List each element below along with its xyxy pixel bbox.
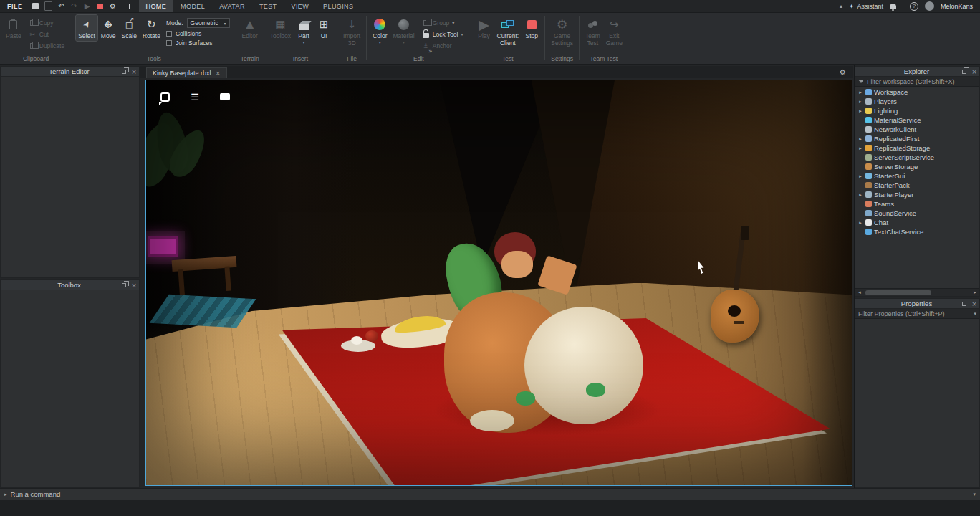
chevron-right-icon[interactable]: ▸ [858,173,863,179]
screen-icon[interactable] [120,1,132,11]
chevron-down-icon[interactable]: ▾ [974,311,976,317]
insert-group: ▦ Toolbox Part ▾ ⊞ UI Insert [264,13,337,64]
rotate-button[interactable]: ↻ Rotate [140,15,163,41]
mode-select[interactable]: Geometric ▾ [187,18,230,28]
chevron-right-icon[interactable]: ▸ [858,192,863,198]
chevron-down-icon[interactable]: ▾ [379,40,381,44]
explorer-item-workspace[interactable]: ▸ Workspace [855,87,979,97]
collisions-label: Collisions [176,30,201,37]
float-icon[interactable] [959,302,969,306]
part-button[interactable]: Part ▾ [294,15,313,45]
explorer-item-serverstorage[interactable]: ▸ ServerStorage [855,162,979,171]
explorer-item-soundservice[interactable]: ▸ SoundService [855,209,979,218]
scroll-right-icon[interactable]: ▸ [971,290,979,295]
collisions-checkbox[interactable] [166,31,172,37]
save-icon[interactable] [30,1,42,11]
chevron-right-icon[interactable]: ▸ [858,145,863,151]
current-client-button[interactable]: Current: Client [495,15,522,48]
move-button[interactable]: ↔↕ Move [99,15,118,41]
bell-icon[interactable] [890,4,896,9]
file-menu[interactable]: FILE [0,3,30,10]
collapse-ribbon-icon[interactable]: ▴ [840,3,842,9]
close-icon[interactable]: × [129,282,139,289]
explorer-hscrollbar[interactable]: ◂ ▸ [855,288,979,296]
scale-button[interactable]: ◻↗ Scale [120,15,139,41]
chat-bubble-icon[interactable] [218,90,232,103]
join-surfaces-toggle[interactable]: Join Surfaces [166,39,230,47]
gear-icon[interactable]: ⚙ [107,1,119,11]
explorer-filter[interactable] [855,77,979,87]
tab-test[interactable]: TEST [252,0,284,12]
close-icon[interactable]: × [129,68,139,75]
float-icon[interactable] [119,283,129,287]
close-icon[interactable]: × [969,300,979,307]
cursor-icon: ➤ [78,17,95,32]
avatar[interactable] [925,1,934,11]
properties-filter[interactable]: ▾ [855,309,979,319]
scrollbar-thumb[interactable] [865,290,931,295]
editor-label: Editor [242,33,258,39]
tab-view[interactable]: VIEW [284,0,316,12]
team-test-label-2: Test [587,40,599,47]
assistant-button[interactable]: ✦ Assistant [849,3,883,10]
tab-kinky-baseplate[interactable]: Kinky Baseplate.rbxl × [146,67,227,78]
tab-home[interactable]: HOME [139,0,174,12]
overflow-chevron-icon[interactable]: » [428,47,433,54]
viewport-settings-icon[interactable]: ⚙ [840,68,846,76]
explorer-item-textchatservice[interactable]: ▸ TextChatService [855,227,979,236]
3d-viewport[interactable]: ☰ [145,80,852,486]
join-surfaces-checkbox[interactable] [166,40,172,46]
explorer-item-replicatedstorage[interactable]: ▸ ReplicatedStorage [855,143,979,153]
tab-model[interactable]: MODEL [173,0,212,12]
chevron-right-icon[interactable]: ▸ [858,99,863,105]
command-bar: ▸ ▾ [0,488,980,500]
stop-button[interactable]: Stop [522,15,541,41]
close-icon[interactable]: × [216,70,221,77]
explorer-item-players[interactable]: ▸ Players [855,97,979,106]
command-input[interactable] [11,490,970,498]
select-button[interactable]: ➤ Select [76,15,97,41]
help-icon[interactable]: ? [910,2,918,11]
menu-icon[interactable]: ☰ [188,90,202,103]
ui-button[interactable]: ⊞ UI [314,15,333,41]
close-icon[interactable]: × [969,68,979,75]
current-label-1: Current: [497,33,519,39]
explorer-item-chat[interactable]: ▸ Chat [855,218,979,227]
cut-label: Cut [39,31,49,38]
chevron-down-icon[interactable]: ▾ [461,32,463,36]
part-cube-icon [299,16,309,32]
explorer-item-starterplayer[interactable]: ▸ StarterPlayer [855,190,979,199]
chevron-down-icon[interactable]: ▾ [973,492,976,497]
chat-icon [865,219,872,226]
username[interactable]: MelonKans [941,3,973,10]
collisions-toggle[interactable]: Collisions [166,30,230,37]
lock-tool-button[interactable]: Lock Tool ▾ [421,29,465,39]
cube-outline-icon[interactable] [158,90,172,103]
explorer-item-networkclient[interactable]: ▸ NetworkClient [855,125,979,134]
chevron-right-icon[interactable]: ▸ [858,220,863,226]
explorer-item-materialservice[interactable]: ▸ MaterialService [855,115,979,125]
properties-filter-input[interactable] [858,310,971,317]
explorer-item-lighting[interactable]: ▸ Lighting [855,106,979,115]
tab-plugins[interactable]: PLUGINS [316,0,360,12]
explorer-item-replicatedfirst[interactable]: ▸ ReplicatedFirst [855,134,979,143]
scroll-left-icon[interactable]: ◂ [855,290,864,295]
network-client-icon [865,126,872,133]
stop-icon[interactable] [95,1,106,11]
explorer-item-startergui[interactable]: ▸ StarterGui [855,171,979,181]
tab-avatar[interactable]: AVATAR [212,0,252,12]
explorer-item-serverscriptservice[interactable]: ▸ ServerScriptService [855,153,979,162]
color-button[interactable]: Color ▾ [370,15,389,45]
chevron-right-icon[interactable]: ▸ [858,90,863,95]
undo-icon[interactable]: ↶ [56,1,67,11]
float-icon[interactable] [959,70,969,74]
chevron-right-icon[interactable]: ▸ [858,108,863,114]
float-icon[interactable] [119,70,129,74]
chevron-down-icon[interactable]: ▾ [303,40,305,44]
scene: ☰ [146,80,852,485]
explorer-item-starterpack[interactable]: ▸ StarterPack [855,181,979,190]
test-group-label: Test [471,54,545,64]
chevron-right-icon[interactable]: ▸ [858,136,863,142]
explorer-item-teams[interactable]: ▸ Teams [855,199,979,209]
explorer-filter-input[interactable] [867,78,976,85]
